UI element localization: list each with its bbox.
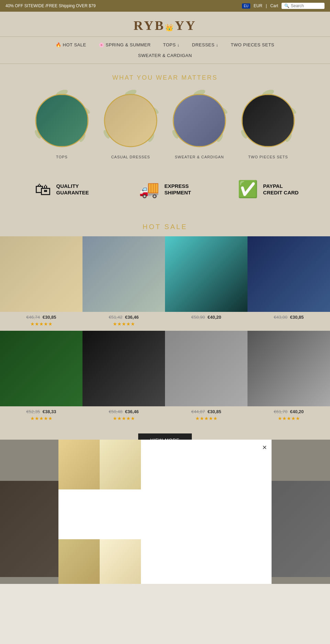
top-bar-right: EU EUR | Cart 🔍 — [242, 3, 324, 9]
stars-6: ★★★★★ — [82, 416, 165, 421]
product-card-7[interactable]: €44,87 €30,85 ★★★★★ — [165, 331, 248, 425]
modal-thumb-3[interactable] — [58, 539, 100, 584]
currency-selector[interactable]: EUR — [254, 3, 262, 8]
hero-section: WHAT YOU WEAR MATTERS TOPS — [0, 64, 330, 166]
product-card-2[interactable]: €51,42 €36,46 ★★★★★ — [82, 236, 165, 331]
nav-spring-summer[interactable]: 🌸 SPRING & SUMMER — [92, 39, 157, 50]
search-icon: 🔍 — [284, 3, 289, 8]
nav-row-1: 🔥 HOT SALE 🌸 SPRING & SUMMER TOPS ↓ DRES… — [0, 39, 330, 50]
price-old-4: €43,00 — [274, 315, 287, 320]
flag-icon[interactable]: EU — [242, 3, 250, 9]
tops-image — [35, 94, 89, 147]
modal-thumb-2[interactable] — [100, 440, 141, 489]
feature-quality-line2: GUARANTEE — [56, 189, 89, 196]
nav-hot-sale[interactable]: 🔥 HOT SALE — [50, 39, 92, 50]
product-image-4 — [248, 236, 330, 312]
modal-details — [141, 440, 272, 584]
product-card-6[interactable]: €50,48 €36,46 ★★★★★ — [82, 331, 165, 425]
nav-row-2: SWEATER & CARDIGAN — [0, 50, 330, 64]
stars-5: ★★★★★ — [0, 416, 82, 421]
circle-sweater — [168, 90, 230, 151]
price-old-5: €52,35 — [26, 409, 40, 414]
stars-7: ★★★★★ — [165, 416, 248, 421]
product-prices-6: €50,48 €36,46 — [82, 406, 165, 416]
cart-link[interactable]: Cart — [270, 3, 278, 8]
category-sweater[interactable]: SWEATER & CARDIGAN — [168, 90, 230, 159]
price-new-6: €36,46 — [125, 409, 139, 414]
feature-paypal-line2: CREDIT CARD — [263, 189, 298, 196]
nav-two-pieces[interactable]: TWO PIECES SETS — [224, 39, 280, 50]
stars-8: ★★★★★ — [248, 416, 330, 421]
main-nav: 🔥 HOT SALE 🌸 SPRING & SUMMER TOPS ↓ DRES… — [0, 36, 330, 64]
search-box: 🔍 — [282, 3, 324, 9]
modal-overlay: × — [0, 440, 330, 584]
circle-tops — [31, 90, 93, 151]
top-bar: 40% OFF SITEWIDE /FREE Shipping OVER $79… — [0, 0, 330, 12]
price-old-8: €61,70 — [274, 409, 287, 414]
two-pieces-image — [242, 94, 295, 147]
circle-casual — [100, 90, 162, 151]
price-new-5: €38,33 — [43, 409, 56, 414]
product-card-4[interactable]: €43,00 €30,85 — [248, 236, 330, 331]
feature-quality-line1: QUALITY — [56, 183, 89, 190]
promo-text: 40% OFF SITEWIDE /FREE Shipping OVER $79 — [6, 3, 96, 8]
nav-sweater[interactable]: SWEATER & CARDIGAN — [132, 50, 198, 61]
nav-dresses[interactable]: DRESSES ↓ — [186, 39, 225, 50]
price-old-3: €58,90 — [191, 315, 205, 320]
category-two-pieces[interactable]: TWO PIECES SETS — [237, 90, 299, 159]
price-new-7: €30,85 — [208, 409, 221, 414]
product-image-1 — [0, 236, 82, 312]
product-card-8[interactable]: €61,70 €40,20 ★★★★★ — [248, 331, 330, 425]
modal-thumb-1[interactable] — [58, 440, 100, 489]
express-icon: 🚚 — [139, 180, 160, 199]
price-old-2: €51,42 — [109, 315, 122, 320]
category-circles: TOPS CASUAL DRESSES — [7, 90, 323, 159]
nav-tops[interactable]: TOPS ↓ — [157, 39, 186, 50]
logo[interactable]: RYB👑YY — [0, 18, 330, 33]
product-prices-2: €51,42 €36,46 — [82, 312, 165, 321]
divider: | — [266, 3, 267, 8]
modal-content — [58, 440, 272, 584]
stars-1: ★★★★★ — [0, 321, 82, 327]
price-old-7: €44,87 — [191, 409, 205, 414]
modal-thumb-4[interactable] — [100, 539, 141, 584]
product-prices-1: €46,74 €30,85 — [0, 312, 82, 321]
product-image-6 — [82, 331, 165, 406]
quality-icon: 🛍 — [35, 180, 51, 199]
feature-express: 🚚 EXPRESS SHIPMENT — [113, 180, 217, 199]
category-casual-dresses[interactable]: CASUAL DRESSES — [100, 90, 162, 159]
product-card-5[interactable]: €52,35 €38,33 ★★★★★ — [0, 331, 82, 425]
modal-image-grid — [58, 440, 141, 584]
category-tops-label: TOPS — [56, 155, 68, 159]
product-card-1[interactable]: €46,74 €30,85 ★★★★★ — [0, 236, 82, 331]
sweater-image — [173, 94, 226, 147]
product-prices-5: €52,35 €38,33 — [0, 406, 82, 416]
product-image-7 — [165, 331, 248, 406]
product-prices-4: €43,00 €30,85 — [248, 312, 330, 321]
search-input[interactable] — [291, 3, 322, 8]
feature-paypal-text: PAYPAL CREDIT CARD — [263, 183, 298, 196]
paypal-icon: ✅ — [238, 180, 258, 199]
casual-dresses-image — [104, 94, 157, 147]
price-new-4: €30,85 — [290, 315, 304, 320]
price-new-2: €36,46 — [125, 315, 139, 320]
price-new-3: €40,20 — [208, 315, 221, 320]
price-new-1: €30,85 — [43, 315, 56, 320]
product-card-3[interactable]: €58,90 €40,20 — [165, 236, 248, 331]
product-grid: €46,74 €30,85 ★★★★★ €51,42 €36,46 ★★★★★ … — [0, 236, 330, 425]
category-two-pieces-label: TWO PIECES SETS — [248, 155, 288, 159]
crown-icon: 👑 — [165, 24, 175, 31]
features-section: 🛍 QUALITY GUARANTEE 🚚 EXPRESS SHIPMENT ✅… — [0, 166, 330, 213]
category-tops[interactable]: TOPS — [31, 90, 93, 159]
feature-express-text: EXPRESS SHIPMENT — [164, 183, 191, 196]
feature-quality-text: QUALITY GUARANTEE — [56, 183, 89, 196]
product-image-5 — [0, 331, 82, 406]
category-sweater-label: SWEATER & CARDIGAN — [175, 155, 224, 159]
hero-title: WHAT YOU WEAR MATTERS — [7, 74, 323, 81]
category-casual-label: CASUAL DRESSES — [111, 155, 150, 159]
hot-sale-title: HOT SALE — [0, 213, 330, 236]
header: RYB👑YY — [0, 12, 330, 36]
price-new-8: €40,20 — [290, 409, 304, 414]
modal-close-button[interactable]: × — [262, 443, 267, 452]
product-image-3 — [165, 236, 248, 312]
